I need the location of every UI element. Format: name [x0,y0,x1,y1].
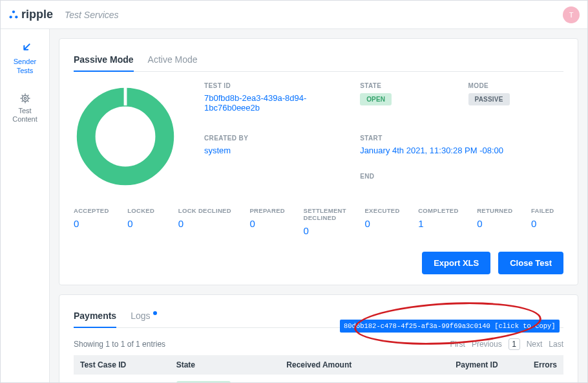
svg-line-12 [27,94,28,96]
stat-lock-declined: LOCK DECLINED0 [178,207,231,236]
svg-line-9 [21,94,23,96]
payments-table: Test Case ID State Received Amount Payme… [74,355,563,382]
tab-passive-mode[interactable]: Passive Mode [74,50,134,71]
test-id-label: TEST ID [204,82,347,89]
state-label: STATE [360,82,455,89]
payments-card: Payments Logs Showing 1 to 1 of 1 entrie… [59,294,578,382]
col-state[interactable]: State [170,355,280,375]
mode-badge: PASSIVE [468,93,510,105]
table-row[interactable]: - COMPLETED 501.00 USD 80d6b182 none [74,375,563,382]
entries-showing: Showing 1 to 1 of 1 entries [74,340,165,349]
cell-errors: none [505,375,563,382]
table-header-row: Test Case ID State Received Amount Payme… [74,355,563,375]
pager-prev[interactable]: Previous [472,340,502,349]
stat-settlement-declined: SETTLEMENT DECLINED0 [304,207,346,236]
stat-locked: LOCKED0 [127,207,160,236]
col-received-amount[interactable]: Received Amount [280,355,407,375]
test-overview-card: Passive Mode Active Mode TEST ID 7b0fbd8… [59,38,578,285]
sidebar-item-sender-tests[interactable]: Sender Tests [1,34,49,85]
arrow-in-icon [19,42,32,55]
payments-tabs: Payments Logs [74,307,563,328]
gear-icon [19,93,31,104]
app-title: Test Services [65,10,119,20]
donut-chart [74,82,189,190]
brand-text: ripple [21,8,53,21]
svg-line-11 [21,100,23,102]
state-badge: OPEN [360,93,392,105]
mode-tabs: Passive Mode Active Mode [74,50,563,72]
sidebar-item-label: Test Content [3,107,47,125]
created-by-value[interactable]: system [204,146,231,155]
pager-next[interactable]: Next [527,340,543,349]
svg-point-3 [22,95,28,101]
pager-top: First Previous 1 Next Last [450,338,563,350]
col-payment-id[interactable]: Payment ID [408,355,505,375]
tab-payments[interactable]: Payments [74,307,116,327]
cell-state: COMPLETED [170,375,280,382]
test-id-value[interactable]: 7b0fbd8b-2ea3-439a-8d94-1bc76b0eee2b [204,93,306,113]
start-value: January 4th 2021, 11:30:28 PM -08:00 [360,146,503,155]
pager-last[interactable]: Last [549,340,563,349]
brand-logo: ripple [8,8,53,21]
tab-logs[interactable]: Logs [131,307,156,327]
export-xls-button[interactable]: Export XLS [422,252,490,274]
stat-prepared: PREPARED0 [249,207,284,236]
cell-received: 501.00 USD [280,375,407,382]
svg-point-0 [12,10,15,13]
svg-point-2 [15,16,17,18]
close-test-button[interactable]: Close Test [498,252,563,274]
sidebar-item-label: Sender Tests [3,58,47,76]
avatar[interactable]: T [563,6,580,23]
svg-point-4 [24,97,26,99]
svg-line-10 [27,100,28,102]
end-label: END [360,173,563,180]
svg-point-1 [10,16,12,18]
tab-active-mode[interactable]: Active Mode [148,50,198,71]
col-test-case-id[interactable]: Test Case ID [74,355,170,375]
stat-returned: RETURNED0 [477,207,512,236]
topbar: ripple Test Services T [1,1,587,29]
stat-executed: EXECUTED0 [364,207,399,236]
stat-accepted: ACCEPTED0 [74,207,109,236]
cell-tcid: - [74,375,170,382]
stats-row: ACCEPTED0 LOCKED0 LOCK DECLINED0 PREPARE… [74,190,563,236]
stat-completed: COMPLETED1 [418,207,458,236]
sidebar: Sender Tests Test Content [1,29,50,382]
svg-point-13 [86,97,165,176]
mode-label: MODE [468,82,563,89]
start-label: START [360,135,563,142]
sidebar-item-test-content[interactable]: Test Content [1,85,49,134]
logs-indicator-dot [153,311,157,315]
pager-page[interactable]: 1 [509,338,520,350]
col-errors[interactable]: Errors [505,355,563,375]
pager-first[interactable]: First [450,340,465,349]
ripple-icon [8,10,19,20]
svg-rect-14 [124,87,127,105]
created-by-label: CREATED BY [204,135,347,142]
stat-failed: FAILED0 [531,207,563,236]
cell-payment-id[interactable]: 80d6b182 [408,375,505,382]
main-content: Passive Mode Active Mode TEST ID 7b0fbd8… [50,29,587,382]
